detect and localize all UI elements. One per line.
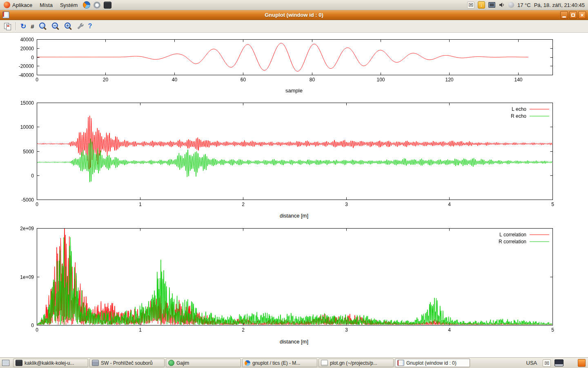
- top-panel: Aplikace Místa Systém ✉ ↓ 17 °C Pá, 18. …: [0, 0, 588, 10]
- chart-1-xlabel: sample: [0, 88, 588, 94]
- close-button[interactable]: ×: [578, 11, 586, 19]
- task-button-gajim[interactable]: Gajim: [166, 359, 241, 367]
- taskbar: kaklik@kaklik-kolej-u... SW - Prohlížeč …: [0, 357, 588, 368]
- task-button-label: SW - Prohlížeč souborů: [101, 360, 153, 366]
- temperature-label[interactable]: 17 °C: [517, 2, 531, 8]
- help-icon[interactable]: ?: [88, 23, 92, 29]
- help-launcher-icon[interactable]: [94, 2, 100, 9]
- chart-2-xlabel: distance [m]: [0, 213, 588, 219]
- text-editor-icon: [321, 360, 328, 366]
- firefox-icon: [245, 360, 250, 366]
- zoom-in-icon[interactable]: +: [64, 22, 72, 30]
- copy-page-mark: [7, 25, 9, 27]
- plot-toolbar: ↻ # − + ?: [0, 20, 588, 33]
- task-button-gnuplot[interactable]: Gnuplot (window id : 0): [395, 359, 470, 367]
- menu-applications-label: Aplikace: [12, 2, 32, 8]
- menu-places-label: Místa: [40, 2, 53, 8]
- gajim-icon: [168, 360, 174, 366]
- chart-3-xlabel: distance [m]: [0, 339, 588, 345]
- display-settings-icon[interactable]: [488, 2, 495, 8]
- update-arrow-icon: ↓: [480, 2, 483, 7]
- task-button-label: gnuplot / tics (E) - M...: [252, 360, 300, 366]
- window-titlebar[interactable]: Gnuplot (window id : 0) ×: [0, 10, 588, 20]
- maximize-button[interactable]: [569, 11, 577, 19]
- zoom-handle: [43, 27, 47, 30]
- mail-notification-icon[interactable]: ✉: [467, 2, 474, 9]
- chart-1-canvas: [0, 34, 588, 96]
- menu-applications[interactable]: Aplikace: [0, 0, 36, 10]
- zoom-icon[interactable]: [39, 22, 47, 30]
- zoom-in-glyph: +: [66, 24, 69, 28]
- firefox-launcher-icon[interactable]: [83, 1, 90, 9]
- task-button-label: Gajim: [176, 360, 189, 366]
- ubuntu-logo-icon: [4, 2, 10, 8]
- menu-system[interactable]: Systém: [56, 0, 81, 10]
- gnuplot-icon: [397, 360, 404, 366]
- minimize-button[interactable]: [560, 11, 568, 19]
- keyboard-layout-indicator[interactable]: USA: [524, 359, 539, 366]
- window-title: Gnuplot (window id : 0): [0, 12, 588, 18]
- mail-tray-icon[interactable]: ✉: [543, 359, 551, 367]
- minimize-icon: [562, 16, 566, 18]
- speaker-glyph: [499, 2, 505, 8]
- weather-icon[interactable]: [508, 2, 514, 8]
- task-button-editor[interactable]: plot.gn (~/projects/p...: [318, 359, 394, 367]
- software-update-icon[interactable]: ↓: [478, 1, 485, 9]
- grid-icon[interactable]: #: [31, 23, 34, 29]
- zoom-out-handle: [56, 27, 59, 30]
- file-manager-icon: [92, 360, 99, 366]
- task-button-label: kaklik@kaklik-kolej-u...: [24, 360, 74, 366]
- chart-2-canvas: [0, 98, 588, 209]
- task-button-file-manager[interactable]: SW - Prohlížeč souborů: [89, 359, 165, 367]
- task-button-terminal[interactable]: kaklik@kaklik-kolej-u...: [13, 359, 88, 367]
- show-desktop-icon[interactable]: [2, 360, 9, 366]
- plot-area: sample distance [m] distance [m]: [0, 33, 588, 357]
- updates-corner-icon[interactable]: [578, 359, 586, 367]
- keyboard-tray-icon[interactable]: [555, 359, 564, 366]
- close-icon: ×: [580, 12, 584, 18]
- task-button-label: Gnuplot (window id : 0): [406, 360, 457, 366]
- window-controls: ×: [560, 11, 588, 19]
- clock-label[interactable]: Pá, 18. září, 21:40:45: [534, 2, 585, 8]
- terminal-icon: [16, 360, 22, 366]
- settings-wrench-icon[interactable]: [77, 23, 84, 30]
- menu-system-label: Systém: [60, 2, 78, 8]
- copy-icon[interactable]: [3, 22, 11, 30]
- maximize-icon: [571, 13, 575, 17]
- task-button-firefox[interactable]: gnuplot / tics (E) - M...: [242, 359, 317, 367]
- refresh-icon[interactable]: ↻: [20, 23, 26, 30]
- menu-places[interactable]: Místa: [36, 0, 56, 10]
- panel-tray: ✉ ↓ 17 °C Pá, 18. září, 21:40:45: [467, 1, 588, 9]
- chart-3-canvas: [0, 224, 588, 334]
- zoom-in-handle: [69, 27, 72, 30]
- wrench-glyph: [77, 23, 84, 30]
- zoom-out-icon[interactable]: −: [51, 22, 60, 30]
- terminal-launcher-icon[interactable]: [104, 2, 111, 9]
- toolbar-separator: [16, 22, 16, 30]
- zoom-out-glyph: −: [53, 24, 56, 28]
- volume-icon[interactable]: [499, 2, 505, 8]
- taskbar-tray: USA ✉: [524, 359, 588, 367]
- task-button-label: plot.gn (~/projects/p...: [330, 360, 377, 366]
